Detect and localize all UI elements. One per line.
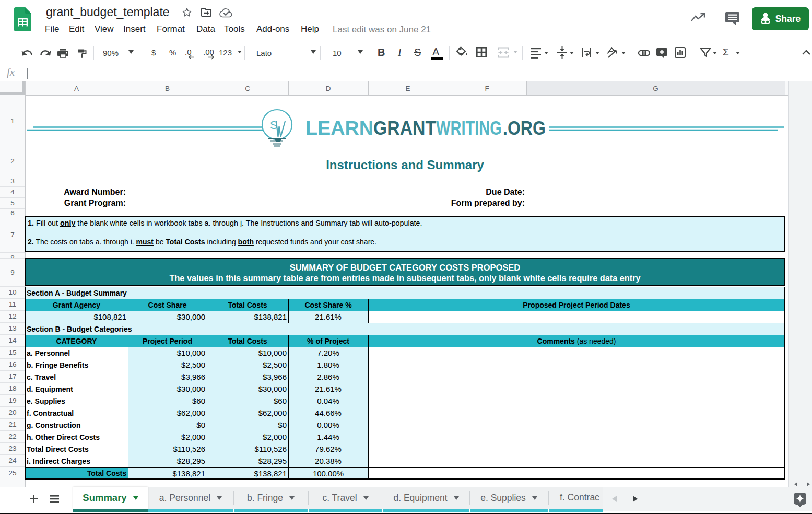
svg-text:.ORG: .ORG: [503, 118, 546, 139]
svg-text:WRITING: WRITING: [436, 118, 502, 139]
svg-text:LEARN: LEARN: [305, 118, 373, 139]
svg-text:GRANT: GRANT: [373, 118, 436, 139]
